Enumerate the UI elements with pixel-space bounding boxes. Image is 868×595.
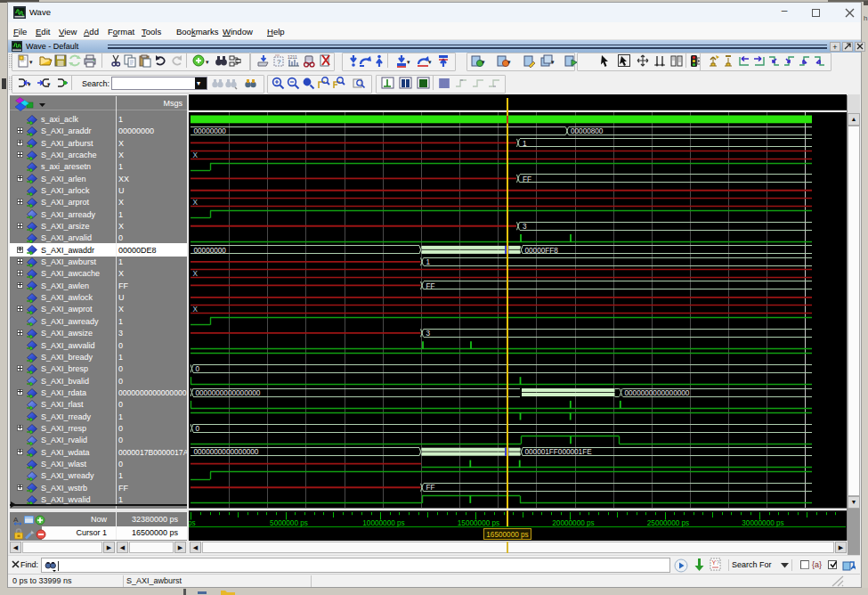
svg-text:FF: FF bbox=[426, 282, 435, 290]
svg-text:25000000 ps: 25000000 ps bbox=[647, 519, 689, 527]
svg-text:20000000 ps: 20000000 ps bbox=[552, 519, 594, 527]
svg-text:X: X bbox=[193, 151, 199, 159]
svg-text:3: 3 bbox=[523, 223, 527, 231]
svg-text:X: X bbox=[193, 199, 199, 207]
svg-text:00000000: 00000000 bbox=[194, 247, 227, 255]
svg-text:0000000000000000: 0000000000000000 bbox=[196, 389, 261, 397]
svg-text:0000000000000000: 0000000000000000 bbox=[194, 448, 259, 456]
svg-text:00000800: 00000800 bbox=[571, 127, 604, 135]
svg-text:5000000 ps: 5000000 ps bbox=[270, 519, 308, 527]
svg-text:30000000 ps: 30000000 ps bbox=[742, 519, 783, 527]
svg-text:0: 0 bbox=[196, 425, 200, 433]
svg-text:X: X bbox=[193, 270, 199, 278]
svg-text:3: 3 bbox=[426, 330, 431, 338]
svg-text:00000FF8: 00000FF8 bbox=[525, 247, 559, 255]
svg-text:16500000 ps: 16500000 ps bbox=[486, 531, 528, 539]
svg-text:00000000: 00000000 bbox=[194, 127, 227, 135]
svg-text:0: 0 bbox=[196, 365, 200, 373]
svg-text:FF: FF bbox=[523, 175, 531, 183]
svg-text:ps: ps bbox=[189, 519, 196, 527]
svg-text:Y?: Y? bbox=[712, 559, 720, 566]
svg-text:1: 1 bbox=[426, 258, 431, 266]
svg-text:10000000 ps: 10000000 ps bbox=[362, 519, 404, 527]
svg-text:1: 1 bbox=[523, 140, 527, 148]
svg-text:FF: FF bbox=[426, 484, 435, 492]
svg-text:000001FF000001FE: 000001FF000001FE bbox=[525, 448, 593, 456]
svg-text:X: X bbox=[193, 306, 199, 314]
svg-text:0000000000000000: 0000000000000000 bbox=[625, 389, 690, 397]
svg-text:1211: 1211 bbox=[288, 54, 297, 60]
svg-text:?: ? bbox=[277, 58, 281, 66]
svg-text:15000000 ps: 15000000 ps bbox=[458, 519, 499, 527]
